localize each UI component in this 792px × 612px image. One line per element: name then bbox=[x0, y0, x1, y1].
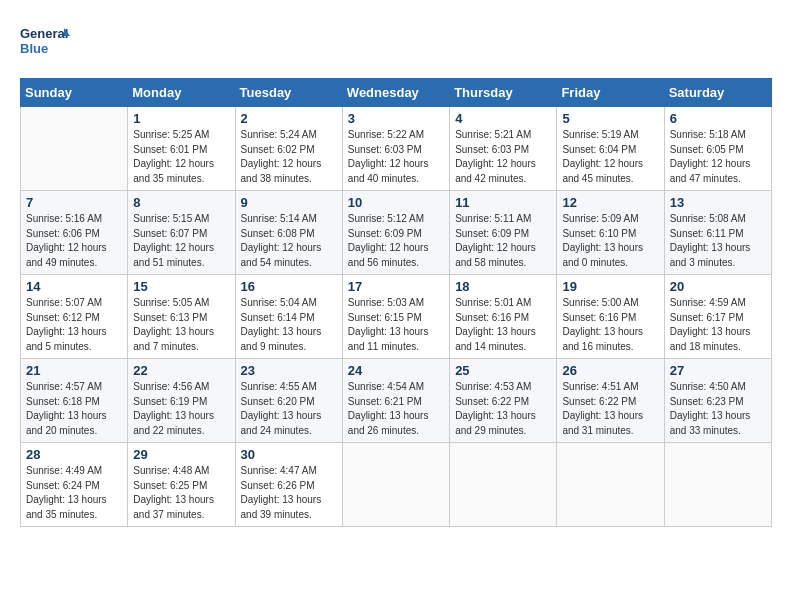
day-info: Sunrise: 4:59 AM Sunset: 6:17 PM Dayligh… bbox=[670, 296, 766, 354]
week-row-2: 7Sunrise: 5:16 AM Sunset: 6:06 PM Daylig… bbox=[21, 191, 772, 275]
day-number: 14 bbox=[26, 279, 122, 294]
calendar-cell: 18Sunrise: 5:01 AM Sunset: 6:16 PM Dayli… bbox=[450, 275, 557, 359]
day-info: Sunrise: 5:18 AM Sunset: 6:05 PM Dayligh… bbox=[670, 128, 766, 186]
weekday-header-row: SundayMondayTuesdayWednesdayThursdayFrid… bbox=[21, 79, 772, 107]
weekday-header-tuesday: Tuesday bbox=[235, 79, 342, 107]
calendar-cell: 17Sunrise: 5:03 AM Sunset: 6:15 PM Dayli… bbox=[342, 275, 449, 359]
day-number: 30 bbox=[241, 447, 337, 462]
calendar-cell: 1Sunrise: 5:25 AM Sunset: 6:01 PM Daylig… bbox=[128, 107, 235, 191]
day-number: 4 bbox=[455, 111, 551, 126]
svg-text:General: General bbox=[20, 26, 68, 41]
day-info: Sunrise: 5:16 AM Sunset: 6:06 PM Dayligh… bbox=[26, 212, 122, 270]
calendar-cell: 21Sunrise: 4:57 AM Sunset: 6:18 PM Dayli… bbox=[21, 359, 128, 443]
day-info: Sunrise: 5:11 AM Sunset: 6:09 PM Dayligh… bbox=[455, 212, 551, 270]
day-number: 12 bbox=[562, 195, 658, 210]
calendar-cell: 14Sunrise: 5:07 AM Sunset: 6:12 PM Dayli… bbox=[21, 275, 128, 359]
day-number: 18 bbox=[455, 279, 551, 294]
day-number: 5 bbox=[562, 111, 658, 126]
week-row-5: 28Sunrise: 4:49 AM Sunset: 6:24 PM Dayli… bbox=[21, 443, 772, 527]
day-info: Sunrise: 4:47 AM Sunset: 6:26 PM Dayligh… bbox=[241, 464, 337, 522]
day-number: 6 bbox=[670, 111, 766, 126]
calendar-cell: 5Sunrise: 5:19 AM Sunset: 6:04 PM Daylig… bbox=[557, 107, 664, 191]
day-number: 2 bbox=[241, 111, 337, 126]
day-info: Sunrise: 4:49 AM Sunset: 6:24 PM Dayligh… bbox=[26, 464, 122, 522]
day-number: 1 bbox=[133, 111, 229, 126]
day-number: 13 bbox=[670, 195, 766, 210]
day-number: 23 bbox=[241, 363, 337, 378]
day-info: Sunrise: 4:51 AM Sunset: 6:22 PM Dayligh… bbox=[562, 380, 658, 438]
calendar-cell: 3Sunrise: 5:22 AM Sunset: 6:03 PM Daylig… bbox=[342, 107, 449, 191]
calendar-cell: 27Sunrise: 4:50 AM Sunset: 6:23 PM Dayli… bbox=[664, 359, 771, 443]
calendar-cell: 16Sunrise: 5:04 AM Sunset: 6:14 PM Dayli… bbox=[235, 275, 342, 359]
weekday-header-monday: Monday bbox=[128, 79, 235, 107]
day-number: 28 bbox=[26, 447, 122, 462]
day-number: 7 bbox=[26, 195, 122, 210]
day-number: 27 bbox=[670, 363, 766, 378]
day-info: Sunrise: 5:25 AM Sunset: 6:01 PM Dayligh… bbox=[133, 128, 229, 186]
calendar-cell: 7Sunrise: 5:16 AM Sunset: 6:06 PM Daylig… bbox=[21, 191, 128, 275]
weekday-header-thursday: Thursday bbox=[450, 79, 557, 107]
day-info: Sunrise: 5:12 AM Sunset: 6:09 PM Dayligh… bbox=[348, 212, 444, 270]
day-info: Sunrise: 5:09 AM Sunset: 6:10 PM Dayligh… bbox=[562, 212, 658, 270]
svg-text:Blue: Blue bbox=[20, 41, 48, 56]
day-info: Sunrise: 4:53 AM Sunset: 6:22 PM Dayligh… bbox=[455, 380, 551, 438]
calendar-cell bbox=[21, 107, 128, 191]
day-number: 21 bbox=[26, 363, 122, 378]
day-info: Sunrise: 5:15 AM Sunset: 6:07 PM Dayligh… bbox=[133, 212, 229, 270]
day-info: Sunrise: 5:05 AM Sunset: 6:13 PM Dayligh… bbox=[133, 296, 229, 354]
day-number: 9 bbox=[241, 195, 337, 210]
week-row-3: 14Sunrise: 5:07 AM Sunset: 6:12 PM Dayli… bbox=[21, 275, 772, 359]
calendar-cell: 9Sunrise: 5:14 AM Sunset: 6:08 PM Daylig… bbox=[235, 191, 342, 275]
calendar-cell: 23Sunrise: 4:55 AM Sunset: 6:20 PM Dayli… bbox=[235, 359, 342, 443]
calendar-cell: 25Sunrise: 4:53 AM Sunset: 6:22 PM Dayli… bbox=[450, 359, 557, 443]
day-number: 29 bbox=[133, 447, 229, 462]
weekday-header-friday: Friday bbox=[557, 79, 664, 107]
calendar-cell bbox=[557, 443, 664, 527]
calendar-cell: 4Sunrise: 5:21 AM Sunset: 6:03 PM Daylig… bbox=[450, 107, 557, 191]
calendar-cell: 20Sunrise: 4:59 AM Sunset: 6:17 PM Dayli… bbox=[664, 275, 771, 359]
day-info: Sunrise: 5:03 AM Sunset: 6:15 PM Dayligh… bbox=[348, 296, 444, 354]
calendar-cell: 19Sunrise: 5:00 AM Sunset: 6:16 PM Dayli… bbox=[557, 275, 664, 359]
weekday-header-wednesday: Wednesday bbox=[342, 79, 449, 107]
calendar-cell: 10Sunrise: 5:12 AM Sunset: 6:09 PM Dayli… bbox=[342, 191, 449, 275]
day-number: 3 bbox=[348, 111, 444, 126]
day-number: 16 bbox=[241, 279, 337, 294]
calendar-cell bbox=[664, 443, 771, 527]
day-info: Sunrise: 5:08 AM Sunset: 6:11 PM Dayligh… bbox=[670, 212, 766, 270]
day-info: Sunrise: 5:22 AM Sunset: 6:03 PM Dayligh… bbox=[348, 128, 444, 186]
calendar-table: SundayMondayTuesdayWednesdayThursdayFrid… bbox=[20, 78, 772, 527]
logo-svg: General Blue bbox=[20, 20, 70, 62]
day-number: 25 bbox=[455, 363, 551, 378]
calendar-cell: 2Sunrise: 5:24 AM Sunset: 6:02 PM Daylig… bbox=[235, 107, 342, 191]
day-info: Sunrise: 4:56 AM Sunset: 6:19 PM Dayligh… bbox=[133, 380, 229, 438]
week-row-1: 1Sunrise: 5:25 AM Sunset: 6:01 PM Daylig… bbox=[21, 107, 772, 191]
day-info: Sunrise: 5:07 AM Sunset: 6:12 PM Dayligh… bbox=[26, 296, 122, 354]
day-number: 20 bbox=[670, 279, 766, 294]
header: General Blue bbox=[20, 20, 772, 62]
day-number: 11 bbox=[455, 195, 551, 210]
calendar-cell bbox=[342, 443, 449, 527]
calendar-cell: 22Sunrise: 4:56 AM Sunset: 6:19 PM Dayli… bbox=[128, 359, 235, 443]
logo: General Blue bbox=[20, 20, 70, 62]
day-info: Sunrise: 5:00 AM Sunset: 6:16 PM Dayligh… bbox=[562, 296, 658, 354]
day-number: 26 bbox=[562, 363, 658, 378]
calendar-cell: 24Sunrise: 4:54 AM Sunset: 6:21 PM Dayli… bbox=[342, 359, 449, 443]
weekday-header-sunday: Sunday bbox=[21, 79, 128, 107]
day-info: Sunrise: 4:50 AM Sunset: 6:23 PM Dayligh… bbox=[670, 380, 766, 438]
day-number: 19 bbox=[562, 279, 658, 294]
day-info: Sunrise: 5:01 AM Sunset: 6:16 PM Dayligh… bbox=[455, 296, 551, 354]
calendar-cell: 6Sunrise: 5:18 AM Sunset: 6:05 PM Daylig… bbox=[664, 107, 771, 191]
calendar-cell: 13Sunrise: 5:08 AM Sunset: 6:11 PM Dayli… bbox=[664, 191, 771, 275]
day-number: 10 bbox=[348, 195, 444, 210]
day-number: 15 bbox=[133, 279, 229, 294]
day-info: Sunrise: 5:21 AM Sunset: 6:03 PM Dayligh… bbox=[455, 128, 551, 186]
calendar-cell: 12Sunrise: 5:09 AM Sunset: 6:10 PM Dayli… bbox=[557, 191, 664, 275]
week-row-4: 21Sunrise: 4:57 AM Sunset: 6:18 PM Dayli… bbox=[21, 359, 772, 443]
day-info: Sunrise: 5:24 AM Sunset: 6:02 PM Dayligh… bbox=[241, 128, 337, 186]
weekday-header-saturday: Saturday bbox=[664, 79, 771, 107]
day-info: Sunrise: 4:48 AM Sunset: 6:25 PM Dayligh… bbox=[133, 464, 229, 522]
day-number: 17 bbox=[348, 279, 444, 294]
calendar-cell: 29Sunrise: 4:48 AM Sunset: 6:25 PM Dayli… bbox=[128, 443, 235, 527]
calendar-cell bbox=[450, 443, 557, 527]
day-info: Sunrise: 4:55 AM Sunset: 6:20 PM Dayligh… bbox=[241, 380, 337, 438]
